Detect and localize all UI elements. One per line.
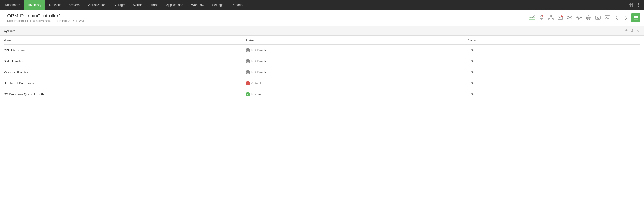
row-value-cpu: N/A (468, 49, 640, 52)
header-info: OPM-DomainController1 DomainController |… (7, 13, 86, 23)
subtitle-os: Windows 2016 (33, 19, 50, 23)
row-status-processes: Critical (246, 81, 468, 85)
svg-rect-14 (552, 19, 553, 20)
svg-line-15 (549, 17, 551, 19)
header-accent-bar (4, 12, 4, 23)
top-navigation: Dashboard Inventory Network Servers Virt… (0, 0, 644, 10)
next-arrow-icon[interactable] (622, 14, 630, 22)
table-row: Memory Utilization Not Enabled N/A (4, 67, 640, 78)
device-subtitle: DomainController | Windows 2016 | Exchan… (7, 19, 86, 23)
svg-point-44 (248, 84, 248, 84)
resize-icon[interactable] (627, 1, 634, 9)
column-header-status[interactable]: Status (246, 39, 468, 42)
svg-rect-13 (548, 19, 550, 20)
prev-arrow-icon[interactable] (613, 14, 621, 22)
row-status-queue: Normal (246, 92, 468, 96)
terminal-icon[interactable] (603, 14, 611, 22)
svg-rect-2 (629, 5, 630, 7)
table-row: CPU Utilization Not Enabled N/A (4, 45, 640, 56)
row-status-disk: Not Enabled (246, 59, 468, 64)
svg-point-4 (638, 3, 639, 4)
row-name-disk: Disk Utilization (4, 59, 246, 63)
link-icon[interactable] (566, 14, 574, 22)
svg-rect-3 (631, 5, 632, 7)
subtitle-app: Exchange 2016 (56, 19, 74, 23)
nav-storage[interactable]: Storage (110, 0, 129, 10)
header-bar: OPM-DomainController1 DomainController |… (0, 10, 644, 26)
nav-alarms[interactable]: Alarms (129, 0, 147, 10)
not-enabled-icon (246, 70, 250, 74)
nav-maps[interactable]: Maps (146, 0, 162, 10)
subtitle-type: DomainController (7, 19, 28, 23)
device-title: OPM-DomainController1 (7, 13, 86, 19)
nav-virtualization[interactable]: Virtualization (84, 0, 110, 10)
nav-inventory[interactable]: Inventory (24, 0, 46, 10)
sort-arrow-name: ↑ (12, 39, 14, 42)
svg-rect-12 (550, 16, 552, 17)
svg-rect-8 (529, 18, 535, 18)
system-table: Name ↑ Status Value CPU Utilization Not … (0, 36, 644, 100)
row-value-memory: N/A (468, 70, 640, 74)
nav-applications[interactable]: Applications (162, 0, 187, 10)
collapse-button[interactable]: ⤡ (635, 29, 640, 33)
nav-settings[interactable]: Settings (208, 0, 228, 10)
hamburger-menu-icon[interactable] (632, 13, 640, 22)
row-value-disk: N/A (468, 59, 640, 63)
subtitle-separator2: | (52, 19, 53, 23)
svg-text:$: $ (597, 16, 599, 20)
nav-reports[interactable]: Reports (228, 0, 246, 10)
row-value-queue: N/A (468, 92, 640, 96)
subtitle-separator3: | (76, 19, 77, 23)
row-status-cpu: Not Enabled (246, 48, 468, 53)
performance-chart-icon[interactable] (528, 14, 536, 22)
section-header: System + ↺ ⤡ (0, 26, 644, 36)
globe-icon[interactable] (584, 14, 592, 22)
more-options-icon[interactable] (634, 1, 642, 9)
svg-rect-0 (629, 3, 630, 5)
nav-dashboard[interactable]: Dashboard (1, 0, 24, 10)
svg-line-16 (551, 17, 553, 19)
svg-text:!: ! (562, 16, 562, 17)
table-row: OS Processor Queue Length Normal N/A (4, 89, 640, 100)
row-name-queue: OS Processor Queue Length (4, 92, 246, 96)
svg-rect-7 (529, 19, 535, 20)
nav-network[interactable]: Network (45, 0, 65, 10)
topology-icon[interactable] (547, 14, 555, 22)
nav-workflow[interactable]: Workflow (187, 0, 208, 10)
pulse-icon[interactable] (575, 14, 583, 22)
critical-icon (246, 81, 250, 85)
cost-icon[interactable]: $ (594, 14, 602, 22)
svg-rect-1 (631, 3, 632, 5)
svg-point-5 (638, 5, 639, 6)
row-value-processes: N/A (468, 81, 640, 85)
svg-point-6 (638, 6, 639, 7)
not-enabled-icon (246, 59, 250, 64)
row-status-memory: Not Enabled (246, 70, 468, 74)
normal-icon (246, 92, 250, 96)
column-header-name[interactable]: Name ↑ (4, 39, 246, 42)
section-title: System (4, 29, 16, 33)
row-name-memory: Memory Utilization (4, 70, 246, 74)
svg-rect-28 (605, 16, 610, 20)
table-row: Disk Utilization Not Enabled N/A (4, 56, 640, 67)
refresh-button[interactable]: ↺ (629, 28, 635, 34)
add-button[interactable]: + (624, 28, 629, 34)
column-header-value[interactable]: Value (468, 39, 640, 42)
not-enabled-icon (246, 48, 250, 53)
svg-text:!: ! (542, 16, 542, 17)
header-action-buttons: ! ! (528, 13, 640, 22)
email-icon[interactable]: ! (556, 14, 564, 22)
nav-utility-icons (627, 1, 643, 9)
row-name-processes: Number of Processes (4, 81, 246, 85)
table-row: Number of Processes Critical N/A (4, 78, 640, 89)
nav-servers[interactable]: Servers (65, 0, 84, 10)
subtitle-proto: WMI (79, 19, 85, 23)
alerts-bell-icon[interactable]: ! (538, 14, 546, 22)
subtitle-separator1: | (30, 19, 31, 23)
row-name-cpu: CPU Utilization (4, 49, 246, 52)
table-header-row: Name ↑ Status Value (4, 36, 640, 45)
